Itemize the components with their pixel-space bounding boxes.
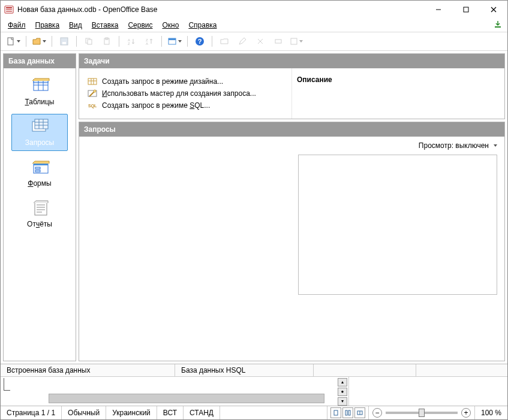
menu-view[interactable]: Вид (65, 20, 86, 31)
window-buttons (425, 1, 507, 19)
svg-rect-21 (169, 38, 176, 40)
status-page[interactable]: Страница 1 / 1 (1, 406, 62, 419)
svg-rect-25 (291, 38, 297, 44)
sidebar-item-label: Таблицы (25, 98, 54, 106)
status-insert[interactable]: ВСТ (157, 406, 184, 419)
menu-insert[interactable]: Вставка (88, 20, 122, 31)
menu-window[interactable]: Окно (158, 20, 182, 31)
sidebar-item-queries[interactable]: Запросы (11, 114, 68, 151)
svg-rect-54 (345, 410, 347, 415)
svg-rect-3 (6, 11, 12, 12)
task-label: Использовать мастер для создания запроса… (102, 89, 256, 98)
zoom-in-button[interactable]: + (461, 408, 471, 418)
toolbar: AZ ZA ? (1, 32, 507, 51)
app-icon (4, 5, 14, 14)
svg-rect-5 (464, 7, 468, 12)
download-icon[interactable] (493, 20, 503, 31)
view-book-button[interactable] (354, 407, 365, 418)
minimize-button[interactable] (425, 1, 452, 19)
status-language[interactable]: Украинский (106, 406, 157, 419)
status-spacer (220, 406, 327, 419)
new-doc-button[interactable] (4, 34, 22, 49)
svg-rect-41 (35, 202, 47, 215)
zoom-controls: − + (369, 406, 475, 419)
zoom-out-button[interactable]: − (372, 408, 382, 418)
copy-button[interactable] (80, 34, 97, 49)
menu-help[interactable]: Справка (185, 20, 220, 31)
svg-rect-8 (495, 26, 501, 28)
horizontal-scrollbar[interactable] (49, 394, 324, 403)
sort-desc-button[interactable]: ZA (141, 34, 158, 49)
preview-dropdown-arrow[interactable] (494, 144, 497, 147)
menu-service[interactable]: Сервис (124, 20, 156, 31)
svg-rect-9 (8, 38, 13, 45)
tb-delete-button[interactable] (252, 34, 269, 49)
maximize-button[interactable] (452, 1, 480, 19)
menubar: Файл Правка Вид Вставка Сервис Окно Спра… (1, 19, 507, 32)
ruler-right-pane (348, 377, 507, 406)
ruler-marks (4, 378, 10, 391)
svg-rect-1 (6, 7, 12, 8)
sidebar-item-forms[interactable]: Формы (11, 155, 68, 192)
sidebar-item-reports[interactable]: Отчёты (11, 195, 68, 232)
app-window: Новая база данных.odb - OpenOffice Base … (0, 0, 508, 420)
view-multi-button[interactable] (342, 407, 353, 418)
status-std[interactable]: СТАНД (184, 406, 220, 419)
scroll-marker-button[interactable]: ● (338, 388, 347, 396)
svg-text:A: A (146, 42, 148, 46)
sidebar-item-label: Формы (28, 179, 51, 188)
tb-extra-button[interactable] (288, 34, 305, 49)
tables-icon (29, 77, 50, 95)
sort-asc-button[interactable]: AZ (123, 34, 140, 49)
help-button[interactable]: ? (191, 34, 208, 49)
ruler-document[interactable] (1, 377, 336, 406)
task-create-sql[interactable]: SQL Создать запрос в режиме SQL... (84, 99, 287, 111)
scroll-up-button[interactable]: ▴ (338, 378, 347, 386)
view-buttons (327, 406, 369, 419)
sidebar-items: Таблицы Запросы Формы Отчёты (4, 68, 76, 361)
sidebar-header: База данных (4, 54, 76, 68)
reports-icon (29, 200, 50, 217)
tb-edit-button[interactable] (234, 34, 251, 49)
status-empty1 (314, 364, 416, 376)
design-view-icon (88, 77, 97, 86)
sidebar-item-tables[interactable]: Таблицы (11, 73, 68, 110)
preview-label: Просмотр: выключен (419, 141, 489, 150)
task-label: Создать запрос в режиме дизайна... (102, 77, 223, 86)
menu-edit[interactable]: Правка (32, 20, 64, 31)
svg-rect-13 (88, 40, 92, 44)
svg-rect-24 (275, 40, 281, 43)
menu-file[interactable]: Файл (4, 20, 29, 31)
view-single-button[interactable] (330, 407, 341, 418)
forms-icon (29, 159, 50, 177)
statusbar-writer: Страница 1 / 1 Обычный Украинский ВСТ СТ… (1, 406, 507, 419)
svg-rect-55 (348, 410, 350, 415)
tb-rename-button[interactable] (270, 34, 287, 49)
svg-text:?: ? (198, 38, 202, 45)
sidebar-item-label: Запросы (25, 138, 54, 147)
open-button[interactable] (30, 34, 48, 49)
preview-box (298, 155, 497, 295)
tb-open-folder-button[interactable] (216, 34, 233, 49)
save-button[interactable] (56, 34, 73, 49)
main-panels: Задачи Создать запрос в режиме дизайна..… (79, 53, 505, 361)
zoom-slider[interactable] (386, 412, 458, 414)
queries-icon (29, 118, 50, 136)
task-label: Создать запрос в режиме SQL... (102, 101, 210, 110)
status-mode[interactable]: Обычный (62, 406, 106, 419)
zoom-value[interactable]: 100 % (475, 406, 507, 419)
svg-rect-2 (6, 9, 12, 10)
svg-rect-15 (106, 38, 108, 40)
queries-panel: Запросы Просмотр: выключен (79, 122, 505, 361)
tasks-panel: Задачи Создать запрос в режиме дизайна..… (79, 53, 505, 119)
scroll-down-button[interactable]: ▾ (338, 397, 347, 406)
task-use-wizard[interactable]: Использовать мастер для создания запроса… (84, 87, 287, 99)
form-button[interactable] (166, 34, 184, 49)
sql-icon: SQL (88, 101, 97, 110)
close-button[interactable] (480, 1, 507, 19)
vertical-scroll-buttons: ▴ ● ▾ (336, 377, 348, 406)
paste-button[interactable] (98, 34, 115, 49)
titlebar: Новая база данных.odb - OpenOffice Base (1, 1, 507, 19)
task-create-design[interactable]: Создать запрос в режиме дизайна... (84, 75, 287, 87)
svg-rect-53 (334, 410, 338, 415)
